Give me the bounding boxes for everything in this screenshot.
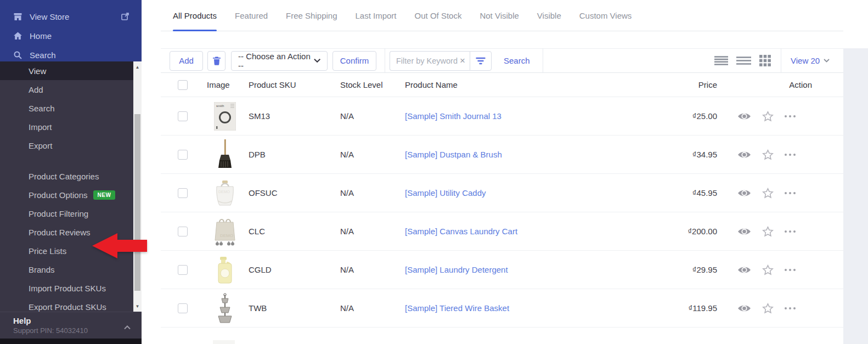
product-image-dustpan-brush[interactable] xyxy=(213,139,237,170)
product-image-canvas-laundry-cart[interactable]: DEMO xyxy=(213,217,237,246)
product-sku: DPB xyxy=(244,150,332,159)
tab-not-visible[interactable]: Not Visible xyxy=(480,0,518,31)
clear-filter-icon[interactable]: × xyxy=(458,55,465,66)
favorite-star-icon[interactable] xyxy=(762,149,774,160)
grid-view-icon[interactable] xyxy=(759,55,771,66)
product-price: ₫25.00 xyxy=(651,111,717,121)
sidebar-item-add[interactable]: Add xyxy=(0,80,142,99)
tab-out-of-stock[interactable]: Out Of Stock xyxy=(415,0,462,31)
select-all-checkbox[interactable] xyxy=(178,80,188,90)
product-image-utility-caddy[interactable]: DEMO xyxy=(213,180,237,206)
product-price: ₫29.95 xyxy=(651,265,717,274)
sidebar-item-label: Export xyxy=(29,141,52,150)
sidebar-item-product-options[interactable]: Product Options NEW xyxy=(0,185,142,204)
divider xyxy=(781,48,781,73)
product-image-smith-journal[interactable]: smith xyxy=(213,102,237,131)
filter-button[interactable] xyxy=(470,51,492,71)
toolbar: Add -- Choose an Action -- Confirm × Sea… xyxy=(161,48,843,73)
more-actions-icon[interactable] xyxy=(785,154,796,156)
row-checkbox[interactable] xyxy=(178,188,188,198)
action-select-value: -- Choose an Action -- xyxy=(238,52,314,70)
visibility-eye-icon[interactable] xyxy=(737,304,751,313)
product-sku: TWB xyxy=(244,303,332,313)
row-actions xyxy=(717,188,843,199)
visibility-eye-icon[interactable] xyxy=(737,189,751,198)
tab-custom-views[interactable]: Custom Views xyxy=(579,0,632,31)
filter-keyword-input[interactable] xyxy=(396,57,458,65)
tab-last-import[interactable]: Last Import xyxy=(356,0,397,31)
tab-free-shipping[interactable]: Free Shipping xyxy=(286,0,337,31)
favorite-star-icon[interactable] xyxy=(762,226,774,237)
sidebar-item-view[interactable]: View xyxy=(0,61,142,80)
sidebar-scrollbar[interactable]: ▲ ▼ xyxy=(133,61,142,312)
red-arrow-tail xyxy=(116,240,147,252)
stock-level: N/A xyxy=(332,188,401,198)
sidebar-item-home[interactable]: Home xyxy=(0,26,142,46)
view-count-label: View 20 xyxy=(791,56,820,65)
favorite-star-icon[interactable] xyxy=(762,111,774,122)
page-background-gutter xyxy=(843,48,868,344)
sidebar-item-label: Product Categories xyxy=(29,172,99,181)
sidebar-item-brands[interactable]: Brands xyxy=(0,260,142,279)
visibility-eye-icon[interactable] xyxy=(737,150,751,159)
product-image-tiered-wire-basket[interactable] xyxy=(213,293,237,324)
dense-list-view-icon[interactable] xyxy=(714,56,728,65)
favorite-star-icon[interactable] xyxy=(762,264,774,275)
product-price: ₫45.95 xyxy=(651,188,717,198)
sidebar-item-import-product-skus[interactable]: Import Product SKUs xyxy=(0,279,142,297)
action-select[interactable]: -- Choose an Action -- xyxy=(231,51,328,71)
product-name-link[interactable]: [Sample] Laundry Detergent xyxy=(401,265,651,274)
storefront-icon xyxy=(13,12,22,21)
sidebar-item-export[interactable]: Export xyxy=(0,136,142,155)
product-name-link[interactable]: [Sample] Smith Journal 13 xyxy=(401,111,651,121)
more-actions-icon[interactable] xyxy=(785,269,796,271)
filter-lines-icon xyxy=(476,57,486,65)
row-checkbox[interactable] xyxy=(178,111,188,121)
sidebar-item-product-categories[interactable]: Product Categories xyxy=(0,167,142,185)
more-actions-icon[interactable] xyxy=(785,192,796,194)
favorite-star-icon[interactable] xyxy=(762,303,774,314)
view-count-dropdown[interactable]: View 20 xyxy=(791,56,843,65)
sidebar-item-view-store[interactable]: View Store xyxy=(0,7,142,26)
tab-all-products[interactable]: All Products xyxy=(173,0,217,31)
sidebar-item-search-products[interactable]: Search xyxy=(0,99,142,117)
external-link-icon[interactable] xyxy=(121,12,129,22)
table-row: smith SM13 N/A [Sample] Smith Journal 13… xyxy=(161,97,843,136)
image-watermark-text: smith xyxy=(216,104,224,108)
product-sku: CLC xyxy=(244,227,332,236)
product-name-link[interactable]: [Sample] Dustpan & Brush xyxy=(401,150,651,159)
support-pin: Support PIN: 54032410 xyxy=(13,326,142,335)
divider xyxy=(385,48,385,73)
table-row: DEMO CLC N/A [Sample] Canvas Laundry Car… xyxy=(161,212,843,251)
row-checkbox[interactable] xyxy=(178,150,188,160)
more-actions-icon[interactable] xyxy=(785,230,796,233)
help-section[interactable]: Help Support PIN: 54032410 xyxy=(0,312,142,339)
row-checkbox[interactable] xyxy=(178,265,188,275)
product-name-link[interactable]: [Sample] Utility Caddy xyxy=(401,188,651,198)
image-watermark-text: DEMO xyxy=(218,190,230,194)
scrollbar-up-arrow[interactable]: ▲ xyxy=(133,63,142,71)
product-name-link[interactable]: [Sample] Canvas Laundry Cart xyxy=(401,227,651,236)
more-actions-icon[interactable] xyxy=(785,307,796,309)
scrollbar-thumb[interactable] xyxy=(134,114,140,291)
chevron-up-icon[interactable] xyxy=(124,322,131,332)
scrollbar-down-arrow[interactable]: ▼ xyxy=(133,302,142,311)
list-view-icon[interactable] xyxy=(736,57,751,65)
tab-visible[interactable]: Visible xyxy=(537,0,561,31)
visibility-eye-icon[interactable] xyxy=(737,266,751,274)
search-link[interactable]: Search xyxy=(504,56,530,65)
add-button[interactable]: Add xyxy=(170,51,203,71)
confirm-button[interactable]: Confirm xyxy=(332,51,376,71)
visibility-eye-icon[interactable] xyxy=(737,227,751,236)
row-checkbox[interactable] xyxy=(178,303,188,313)
visibility-eye-icon[interactable] xyxy=(737,112,751,121)
sidebar-item-import[interactable]: Import xyxy=(0,117,142,136)
tab-featured[interactable]: Featured xyxy=(235,0,268,31)
sidebar-item-product-filtering[interactable]: Product Filtering xyxy=(0,204,142,223)
row-checkbox[interactable] xyxy=(178,227,188,236)
more-actions-icon[interactable] xyxy=(785,115,796,117)
product-name-link[interactable]: [Sample] Tiered Wire Basket xyxy=(401,303,651,313)
delete-button[interactable] xyxy=(207,51,226,71)
favorite-star-icon[interactable] xyxy=(762,188,774,199)
product-image-laundry-detergent[interactable] xyxy=(213,256,237,284)
